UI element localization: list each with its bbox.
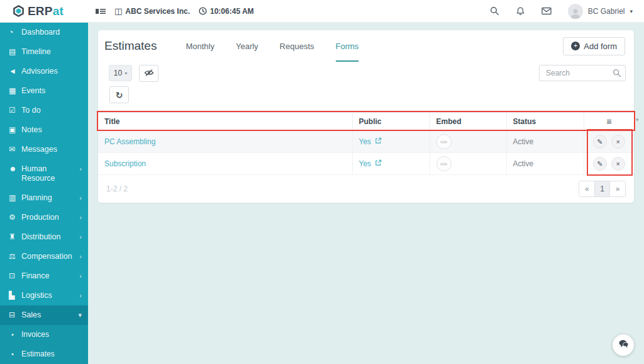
sidebar-item-production[interactable]: ⚙Production› [0,208,88,227]
table-search [539,65,626,81]
app-logo-text: ERPat [28,4,64,18]
add-form-button[interactable]: + Add form [563,37,625,55]
user-menu[interactable]: BC Gabriel ▾ [568,4,633,19]
column-header-title[interactable]: Title [98,113,352,131]
embed-code-button[interactable]: </> [436,156,452,171]
sidebar-toggle-icon[interactable] [96,8,106,15]
delete-button[interactable]: × [611,135,625,149]
sidebar-item-logistics[interactable]: ▙Logistics› [0,286,88,305]
status-text: Active [513,159,534,168]
money-icon: ⊡ [9,271,21,281]
sidebar-item-compensation[interactable]: ⚖Compensation› [0,247,88,266]
pagination-range: 1-2 / 2 [106,185,128,193]
refresh-icon: ↻ [116,90,123,100]
sidebar-item-events[interactable]: ▦Events [0,81,88,101]
chevron-right-icon: › [79,291,82,300]
sidebar-item-timeline[interactable]: ▤Timeline [0,42,88,62]
row-title-link[interactable]: PC Assembling [104,137,155,146]
calendar-icon: ▦ [9,86,21,96]
gauge-icon: ◔ [9,28,21,37]
sidebar-item-advisories[interactable]: ◄Advisories [0,62,88,81]
bank-icon: ♜ [9,232,21,242]
sidebar-item-sales[interactable]: ⊟Sales▾ [0,305,88,325]
tab-yearly[interactable]: Yearly [236,30,258,62]
pencil-icon: ✎ [597,160,602,168]
cart-icon: ⊟ [9,310,21,320]
column-menu-icon[interactable]: ≡ [584,113,634,131]
column-sort-caret-icon[interactable]: ▾ [636,117,639,123]
sidebar-item-dashboard[interactable]: ◔Dashboard [0,23,88,42]
estimates-card: Estimates Monthly Yearly Requests Forms … [98,30,634,203]
table-row: PC Assembling Yes </> Active ✎× [98,131,634,153]
notifications-bell-icon[interactable] [516,6,525,16]
building-icon: ◫ [114,6,122,16]
timeline-icon: ▤ [9,47,21,57]
sidebar: ◔Dashboard ▤Timeline ◄Advisories ▦Events… [0,23,88,364]
chat-button[interactable] [613,334,634,356]
sidebar-item-human-resource[interactable]: ☻Human Resource› [0,159,88,188]
eye-slash-icon [144,68,154,79]
public-yes-link[interactable]: Yes [359,159,372,168]
tab-monthly[interactable]: Monthly [186,30,214,62]
top-bar: ERPat ◫ ABC Services Inc. 10:06:45 AM [0,0,644,23]
sidebar-item-invoices[interactable]: •Invoices [0,325,88,344]
chevron-right-icon: › [79,164,82,174]
sidebar-item-todo[interactable]: ☑To do [0,101,88,120]
sales-submenu: •Invoices •Estimates •Items [0,325,88,364]
close-icon: × [616,160,620,168]
pagination-prev-button[interactable]: « [579,181,594,196]
pagination-next-button[interactable]: » [610,181,625,196]
app-logo[interactable]: ERPat [0,4,88,18]
external-link-icon[interactable] [375,159,382,168]
sidebar-item-distribution[interactable]: ♜Distribution› [0,227,88,247]
page-size-select[interactable]: 10 ▾ [109,65,132,81]
public-yes-link[interactable]: Yes [359,137,372,146]
erpat-logo-icon [13,5,25,17]
close-icon: × [616,138,620,145]
chat-bubble-icon [618,339,629,351]
search-icon[interactable] [490,6,499,16]
todo-icon: ☑ [9,106,21,115]
refresh-button[interactable]: ↻ [109,86,129,103]
embed-code-button[interactable]: </> [436,134,452,149]
external-link-icon[interactable] [375,137,382,146]
column-header-public[interactable]: Public [352,113,430,131]
chevron-right-icon: › [79,252,82,261]
table-header-row: Title Public Embed Status ≡ [98,113,634,131]
chevron-down-icon: ▾ [78,310,82,320]
column-header-status[interactable]: Status [506,113,584,131]
sidebar-item-messages[interactable]: ✉Messages [0,140,88,159]
caret-down-icon: ▾ [630,8,633,14]
tab-forms[interactable]: Forms [336,30,359,62]
edit-button[interactable]: ✎ [593,157,607,171]
sidebar-item-planning[interactable]: ▥Planning› [0,188,88,208]
truck-icon: ▙ [9,291,21,300]
table-row: Subscription Yes </> Active ✎× [98,153,634,175]
user-name: BC Gabriel [588,7,625,16]
company-name: ◫ ABC Services Inc. [114,6,190,16]
pagination: « 1 » [579,181,626,197]
plus-icon: + [571,42,580,50]
row-title-link[interactable]: Subscription [104,159,146,168]
envelope-icon: ✉ [9,145,21,154]
briefcase-icon: ▥ [9,193,21,203]
scales-icon: ⚖ [9,252,21,261]
pagination-page-1[interactable]: 1 [594,181,610,196]
delete-button[interactable]: × [611,157,625,171]
gear-icon: ⚙ [9,213,21,222]
notes-icon: ▣ [9,125,21,135]
clock-time: 10:06:45 AM [199,7,254,16]
edit-button[interactable]: ✎ [593,135,607,149]
search-icon [613,69,621,80]
chevron-right-icon: › [79,232,82,242]
users-icon: ☻ [9,164,21,174]
toggle-columns-button[interactable] [139,65,158,82]
sidebar-item-finance[interactable]: ⊡Finance› [0,266,88,286]
tab-requests[interactable]: Requests [280,30,314,62]
page-title: Estimates [104,39,157,53]
messages-envelope-icon[interactable] [541,7,552,15]
column-header-embed[interactable]: Embed [430,113,506,131]
chevron-right-icon: › [79,271,82,281]
sidebar-item-notes[interactable]: ▣Notes [0,120,88,140]
sidebar-item-estimates[interactable]: •Estimates [0,344,88,364]
